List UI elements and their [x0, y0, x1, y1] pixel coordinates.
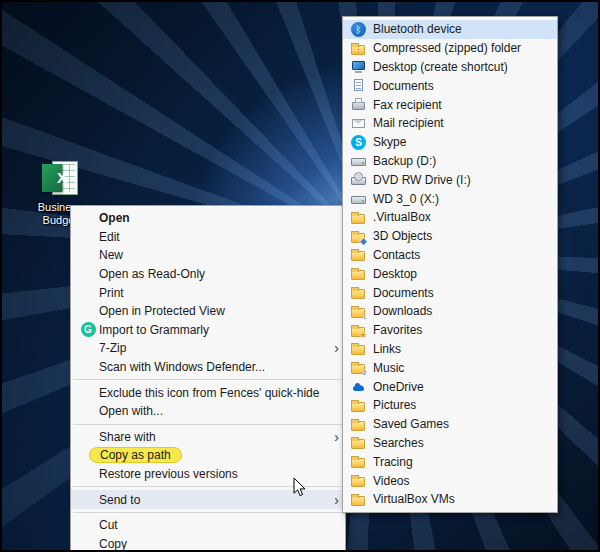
menu-separator: [73, 512, 343, 513]
menu-item-label: Desktop: [373, 267, 551, 281]
menu-item-print[interactable]: Print: [71, 283, 345, 302]
menu-item-music[interactable]: Music: [343, 358, 557, 377]
menu-item-skype[interactable]: Skype: [343, 133, 557, 152]
menu-item-label: Documents: [373, 286, 551, 300]
menu-item-label: Fax recipient: [373, 98, 551, 112]
menu-item-label: Edit: [99, 230, 339, 244]
menu-item-label: Share with: [99, 430, 328, 444]
menu-item-import-to-grammarly[interactable]: Import to Grammarly: [71, 321, 345, 340]
menu-item-label: Open in Protected View: [99, 304, 339, 318]
menu-item-virtualbox[interactable]: .VirtualBox: [343, 208, 557, 227]
menu-item-copy[interactable]: Copy: [71, 535, 345, 552]
menu-item-searches[interactable]: Searches: [343, 434, 557, 453]
menu-item-new[interactable]: New: [71, 246, 345, 265]
skype-icon: [351, 135, 366, 150]
menu-item-icon-gutter: [349, 97, 373, 112]
menu-item-icon-gutter: [349, 172, 373, 187]
context-menu: OpenEditNewOpen as Read-OnlyPrintOpen in…: [70, 205, 346, 552]
menu-item-label: .VirtualBox: [373, 210, 551, 224]
bluetooth-icon: [351, 22, 366, 37]
folder-icon: [351, 364, 365, 374]
menu-item-icon-gutter: [349, 78, 373, 93]
menu-item-tracing[interactable]: Tracing: [343, 452, 557, 471]
menu-item-label: Tracing: [373, 455, 551, 469]
menu-item-label: Mail recipient: [373, 116, 551, 130]
folder-icon: [351, 496, 365, 506]
menu-item-label: Open as Read-Only: [99, 267, 339, 281]
menu-item-favorites[interactable]: Favorites: [343, 321, 557, 340]
menu-item-saved-games[interactable]: Saved Games: [343, 415, 557, 434]
folder-icon: [351, 402, 365, 412]
menu-item-desktop[interactable]: Desktop: [343, 264, 557, 283]
menu-item-icon-gutter: [349, 42, 373, 55]
folder-icon: [351, 251, 365, 261]
menu-item-virtualbox-vms[interactable]: VirtualBox VMs: [343, 490, 557, 509]
folder-icon: [351, 458, 365, 468]
menu-item-copy-as-path[interactable]: Copy as path: [71, 446, 345, 465]
excel-file-icon: [40, 160, 80, 198]
menu-item-mail-recipient[interactable]: Mail recipient: [343, 114, 557, 133]
menu-item-label: Desktop (create shortcut): [373, 60, 551, 74]
menu-item-label: Print: [99, 286, 339, 300]
menu-item-share-with[interactable]: Share with›: [71, 428, 345, 447]
grammarly-icon: [81, 322, 96, 337]
menu-item-dvd-rw-drive-i[interactable]: DVD RW Drive (I:): [343, 170, 557, 189]
menu-item-wd-3-0-x[interactable]: WD 3_0 (X:): [343, 189, 557, 208]
menu-item-bluetooth-device[interactable]: Bluetooth device: [343, 20, 557, 39]
menu-item-backup-d[interactable]: Backup (D:): [343, 152, 557, 171]
menu-item-compressed-zipped-folder[interactable]: Compressed (zipped) folder: [343, 39, 557, 58]
menu-item-cut[interactable]: Cut: [71, 516, 345, 535]
menu-item-label: Saved Games: [373, 417, 551, 431]
menu-item-exclude-this-icon-from-fences-quick-hide[interactable]: Exclude this icon from Fences' quick-hid…: [71, 383, 345, 402]
mail-icon: [351, 116, 366, 131]
menu-item-label: Pictures: [373, 398, 551, 412]
menu-item-label: Scan with Windows Defender...: [99, 360, 339, 374]
menu-item-label: Cut: [99, 518, 339, 532]
drive-icon: [351, 153, 366, 168]
menu-item-icon-gutter: [349, 379, 373, 394]
menu-item-edit[interactable]: Edit: [71, 228, 345, 247]
menu-item-links[interactable]: Links: [343, 340, 557, 359]
menu-separator: [73, 424, 343, 425]
menu-item-desktop-create-shortcut[interactable]: Desktop (create shortcut): [343, 58, 557, 77]
menu-item-onedrive[interactable]: OneDrive: [343, 377, 557, 396]
excel-x-logo: [42, 164, 62, 192]
folder-icon: [351, 477, 365, 487]
onedrive-icon: [351, 379, 366, 394]
menu-item-label: Favorites: [373, 323, 551, 337]
menu-item-pictures[interactable]: Pictures: [343, 396, 557, 415]
menu-separator: [73, 379, 343, 380]
menu-item-label: Open: [99, 211, 339, 225]
folder-icon: [351, 270, 365, 280]
menu-item-icon-gutter: [349, 211, 373, 224]
menu-item-scan-with-windows-defender[interactable]: Scan with Windows Defender...: [71, 358, 345, 377]
menu-item-documents[interactable]: Documents: [343, 283, 557, 302]
menu-item-icon-gutter: [349, 474, 373, 487]
menu-item-icon-gutter: [349, 399, 373, 412]
menu-item-7-zip[interactable]: 7-Zip›: [71, 339, 345, 358]
folder-icon: [351, 345, 365, 355]
menu-item-icon-gutter: [349, 153, 373, 168]
folder-icon: [351, 421, 365, 431]
menu-item-documents[interactable]: Documents: [343, 76, 557, 95]
menu-item-label: WD 3_0 (X:): [373, 192, 551, 206]
menu-item-fax-recipient[interactable]: Fax recipient: [343, 95, 557, 114]
menu-item-downloads[interactable]: Downloads: [343, 302, 557, 321]
menu-item-label: Music: [373, 361, 551, 375]
menu-item-icon-gutter: [77, 322, 99, 337]
menu-item-label: Skype: [373, 135, 551, 149]
menu-item-open[interactable]: Open: [71, 209, 345, 228]
menu-item-open-in-protected-view[interactable]: Open in Protected View: [71, 302, 345, 321]
menu-item-icon-gutter: [349, 59, 373, 74]
menu-item-label: OneDrive: [373, 380, 551, 394]
menu-item-videos[interactable]: Videos: [343, 471, 557, 490]
menu-item-contacts[interactable]: Contacts: [343, 246, 557, 265]
menu-item-3d-objects[interactable]: 3D Objects: [343, 227, 557, 246]
folder-icon: [351, 327, 365, 337]
menu-item-label: 3D Objects: [373, 229, 551, 243]
menu-item-open-as-read-only[interactable]: Open as Read-Only: [71, 265, 345, 284]
menu-item-open-with[interactable]: Open with...: [71, 402, 345, 421]
menu-item-label: Searches: [373, 436, 551, 450]
menu-item-icon-gutter: [349, 286, 373, 299]
fax-icon: [351, 97, 366, 112]
